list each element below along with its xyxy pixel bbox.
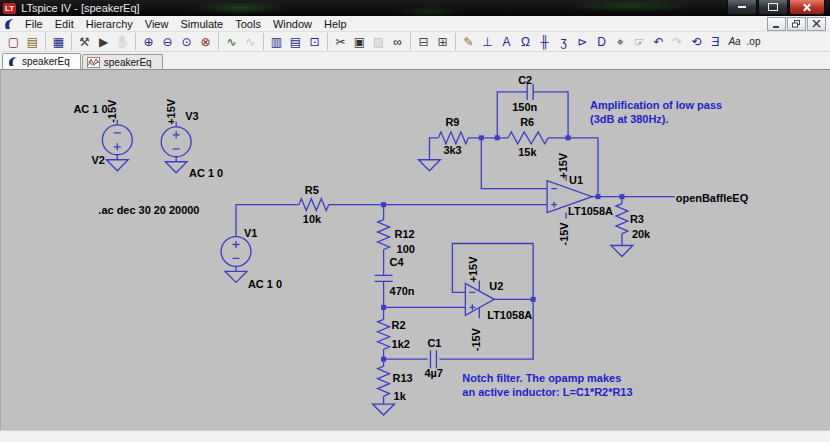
c1-name-label[interactable]: C1 (427, 337, 441, 349)
minimize-button[interactable] (727, 0, 757, 15)
voltage-source-V1[interactable] (221, 237, 251, 267)
close-button[interactable] (789, 0, 825, 15)
resistor-R9[interactable] (438, 132, 468, 144)
resistor-R3[interactable] (616, 204, 628, 234)
wire-button[interactable]: ✎ (455, 33, 478, 50)
wire-r9-net[interactable] (429, 138, 508, 159)
undo-button[interactable]: ↶ (649, 33, 668, 50)
tile-horizontal-button[interactable]: ▤ (286, 33, 305, 50)
inductor-button[interactable]: ʒ (554, 33, 573, 50)
mirror-button[interactable]: Ǝ (706, 33, 725, 50)
schematic-canvas[interactable]: AC 1 0 -15V V2 +15V V3 AC 1 0 .ac dec 30… (0, 69, 830, 430)
r2-name-label[interactable]: R2 (392, 319, 406, 331)
capacitor-C4[interactable] (375, 275, 393, 281)
menu-item[interactable]: Help (318, 18, 353, 30)
opamps[interactable] (465, 181, 592, 316)
u1-value-label[interactable]: LT1058A (568, 205, 613, 217)
c4-value-label[interactable]: 470n (390, 285, 415, 297)
r5-name-label[interactable]: R5 (305, 184, 319, 196)
u2-vminus-label[interactable]: -15V (470, 327, 482, 351)
comment-notch-line1[interactable]: Notch filter. The opamp makes (462, 372, 621, 384)
wire-r6-feedback[interactable] (548, 138, 598, 197)
resistor-R6[interactable] (508, 132, 548, 144)
copy-button[interactable]: ▣ (350, 33, 369, 50)
u2-name-label[interactable]: U2 (489, 280, 503, 292)
mdi-close-button[interactable] (807, 17, 826, 31)
comment-notch-line2[interactable]: an active inductor: L=C1*R2*R13 (462, 386, 632, 398)
ground-v2[interactable] (106, 160, 128, 171)
u1-name-label[interactable]: U1 (569, 174, 583, 186)
spice-directive-button[interactable]: .op (744, 33, 763, 50)
u2-value-label[interactable]: LT1058A (487, 309, 532, 321)
c4-name-label[interactable]: C4 (390, 256, 405, 268)
menu-item[interactable]: Simulate (174, 18, 229, 30)
tab-schematic-speakereq[interactable]: speakerEq (2, 53, 81, 69)
v2-name-label[interactable]: V2 (91, 154, 104, 166)
comment-lowpass-line2[interactable]: (3dB at 380Hz). (590, 113, 669, 125)
spice-directive-text[interactable]: .ac dec 30 20 20000 (98, 204, 199, 216)
r13-name-label[interactable]: R13 (393, 372, 413, 384)
capacitor-C1[interactable] (430, 350, 436, 368)
tab-waveform-speakereq[interactable]: speakerEq (82, 54, 163, 69)
r3-value-label[interactable]: 20k (632, 228, 651, 240)
ground-button[interactable]: ⊥ (478, 33, 497, 50)
r6-value-label[interactable]: 15k (518, 146, 537, 158)
control-panel-button[interactable]: ⚒ (71, 33, 94, 50)
resistor-R13[interactable] (378, 366, 390, 396)
comment-lowpass-line1[interactable]: Amplification of low pass (590, 99, 722, 111)
component-button[interactable]: D (592, 33, 611, 50)
cascade-button[interactable]: ⊡ (305, 33, 324, 50)
fft-button[interactable]: ∿ (241, 33, 260, 50)
c2-value-label[interactable]: 150n (512, 101, 537, 113)
wire-input-net[interactable] (236, 205, 547, 237)
v1-value-label[interactable]: AC 1 0 (248, 278, 282, 290)
net-label-button[interactable]: A (497, 33, 516, 50)
wire-u1-minus-input[interactable] (481, 138, 547, 189)
v1-name-label[interactable]: V1 (244, 227, 257, 239)
r9-name-label[interactable]: R9 (445, 116, 459, 128)
print-button[interactable]: ⊞ (433, 33, 452, 50)
capacitor-C2[interactable] (527, 84, 533, 100)
capacitor-button[interactable]: ╫ (535, 33, 554, 50)
ground-v1[interactable] (225, 271, 247, 282)
ground-r9[interactable] (418, 160, 440, 171)
resistors[interactable] (299, 132, 628, 396)
u2-vplus-label[interactable]: +15V (467, 256, 479, 283)
zoom-area-button[interactable]: ⊗ (196, 33, 215, 50)
text-button[interactable]: Aa (725, 33, 744, 50)
menu-item[interactable]: Tools (229, 18, 267, 30)
voltage-source-V2[interactable] (102, 125, 132, 155)
c1-value-label[interactable]: 4µ7 (424, 367, 443, 379)
autorange-button[interactable]: ∿ (218, 33, 241, 50)
menu-item[interactable]: Edit (49, 18, 80, 30)
save-button[interactable]: ▦ (45, 33, 68, 50)
tile-vertical-button[interactable]: ▥ (263, 33, 286, 50)
menu-item[interactable]: Hierarchy (80, 18, 139, 30)
r3-name-label[interactable]: R3 (630, 213, 644, 225)
voltage-sources[interactable] (102, 125, 251, 267)
menu-item[interactable]: Window (267, 18, 318, 30)
u1-vminus-label[interactable]: -15V (558, 222, 570, 246)
move-button[interactable]: ⌖ (611, 33, 630, 50)
zoom-out-button[interactable]: ⊖ (158, 33, 177, 50)
r12-value-label[interactable]: 100 (397, 243, 415, 255)
ground-r13[interactable] (373, 404, 395, 415)
maximize-button[interactable] (758, 0, 788, 15)
resistor-R5[interactable] (299, 199, 329, 211)
paste-button[interactable]: ▨ (369, 33, 388, 50)
find-button[interactable]: ∞ (388, 33, 407, 50)
redo-button[interactable]: ↷ (668, 33, 687, 50)
ground-r3[interactable] (611, 246, 633, 257)
resistor-button[interactable]: Ω (516, 33, 535, 50)
net-label-openbaffleeq[interactable]: openBaffleEQ (676, 192, 749, 204)
r6-name-label[interactable]: R6 (520, 116, 534, 128)
mdi-restore-button[interactable] (787, 17, 806, 31)
voltage-source-V3[interactable] (161, 127, 191, 157)
c2-name-label[interactable]: C2 (518, 74, 532, 86)
resistor-R2[interactable] (378, 319, 390, 349)
r5-value-label[interactable]: 10k (303, 213, 322, 225)
r2-value-label[interactable]: 1k2 (392, 338, 410, 350)
zoom-in-button[interactable]: ⊕ (135, 33, 158, 50)
zoom-full-button[interactable]: ⊙ (177, 33, 196, 50)
rotate-button[interactable]: ⟲ (687, 33, 706, 50)
